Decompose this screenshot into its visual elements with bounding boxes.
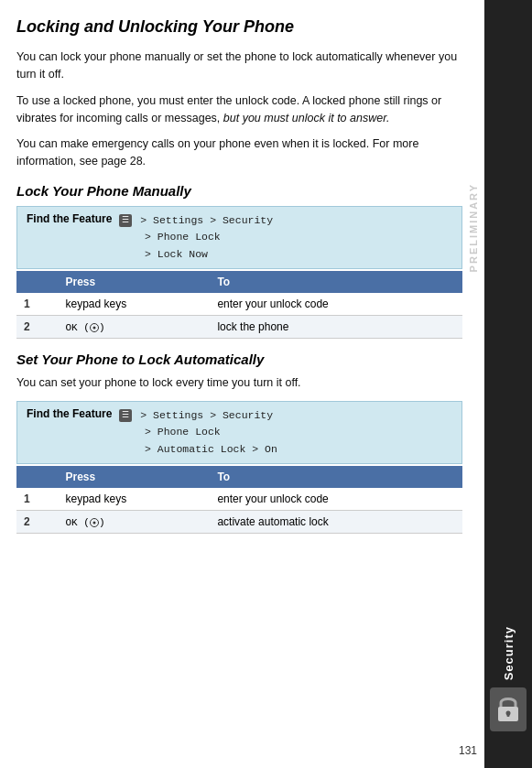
press-table-2: Press To 1 keypad keys enter your unlock… (16, 466, 462, 534)
paragraph-1: You can lock your phone manually or set … (16, 49, 462, 83)
lock-icon-box (490, 687, 527, 731)
paragraph-2: To use a locked phone, you must enter th… (16, 92, 462, 127)
find-feature-path-2: ☰ > Settings > Security > Phone Lock > A… (119, 407, 277, 458)
find-feature-label-2: Find the Feature (27, 407, 112, 420)
circle-dot-2 (90, 518, 99, 527)
security-label-wrapper: Security (490, 626, 527, 731)
table-row: 1 keypad keys enter your unlock code (16, 293, 462, 316)
path-line-1-1: > Settings > Security (140, 214, 273, 226)
ok-key-1: OK ( (66, 322, 90, 333)
page-container: Security PRELIMINARY Locking and Unlocki… (0, 0, 532, 768)
watermark: PRELIMINARY (468, 183, 479, 272)
row2-to: lock the phone (210, 316, 462, 339)
main-content: Locking and Unlocking Your Phone You can… (16, 16, 462, 534)
path-line-2-1: > Settings > Security (140, 409, 273, 421)
lock-icon (495, 694, 521, 725)
row1-press: keypad keys (59, 293, 211, 316)
path-line-2-3: > Automatic Lock > On (145, 443, 277, 455)
path-line-1-3: > Lock Now (145, 248, 208, 260)
paragraph-3: You can make emergency calls on your pho… (16, 135, 462, 170)
row4-num: 2 (16, 510, 59, 533)
ok-key-1b: ) (99, 322, 105, 333)
row1-num: 1 (16, 293, 59, 316)
find-feature-path-1: ☰ > Settings > Security > Phone Lock > L… (119, 212, 273, 263)
find-feature-box-1: Find the Feature ☰ > Settings > Security… (16, 206, 462, 269)
svg-rect-2 (507, 713, 510, 717)
para2-italic: but you must unlock it to answer. (223, 112, 390, 124)
menu-icon-1: ☰ (119, 214, 132, 227)
row2-press: OK () (59, 316, 211, 339)
table1-col-to: To (210, 271, 462, 293)
ok-key-2b: ) (99, 517, 105, 528)
row3-num: 1 (16, 488, 59, 511)
page-title: Locking and Unlocking Your Phone (16, 16, 462, 38)
table2-col-press: Press (59, 466, 211, 488)
ok-key-2: OK ( (66, 517, 90, 528)
table2-col-num (16, 466, 59, 488)
menu-icon-2: ☰ (119, 409, 132, 422)
row4-to: activate automatic lock (210, 510, 462, 533)
table1-col-press: Press (59, 271, 211, 293)
row4-press: OK () (59, 510, 211, 533)
section2-heading: Set Your Phone to Lock Automatically (16, 352, 462, 367)
row1-to: enter your unlock code (210, 293, 462, 316)
table2-col-to: To (210, 466, 462, 488)
table-row: 2 OK () lock the phone (16, 316, 462, 339)
table-row: 2 OK () activate automatic lock (16, 510, 462, 533)
circle-dot-1 (90, 323, 99, 332)
table1-header-row: Press To (16, 271, 462, 293)
find-feature-label-1: Find the Feature (27, 212, 112, 225)
section1-heading: Lock Your Phone Manually (16, 183, 462, 199)
table-row: 1 keypad keys enter your unlock code (16, 488, 462, 511)
table2-header-row: Press To (16, 466, 462, 488)
security-sidebar-label: Security (502, 626, 516, 680)
path-line-2-2: > Phone Lock (145, 426, 221, 438)
page-number: 131 (459, 744, 477, 757)
table1-col-num (16, 271, 59, 293)
section2-intro: You can set your phone to lock every tim… (16, 374, 462, 392)
find-feature-box-2: Find the Feature ☰ > Settings > Security… (16, 401, 462, 464)
path-line-1-2: > Phone Lock (145, 231, 221, 243)
row3-to: enter your unlock code (210, 488, 462, 511)
right-sidebar: Security (484, 0, 532, 768)
row3-press: keypad keys (59, 488, 211, 511)
press-table-1: Press To 1 keypad keys enter your unlock… (16, 271, 462, 339)
row2-num: 2 (16, 316, 59, 339)
